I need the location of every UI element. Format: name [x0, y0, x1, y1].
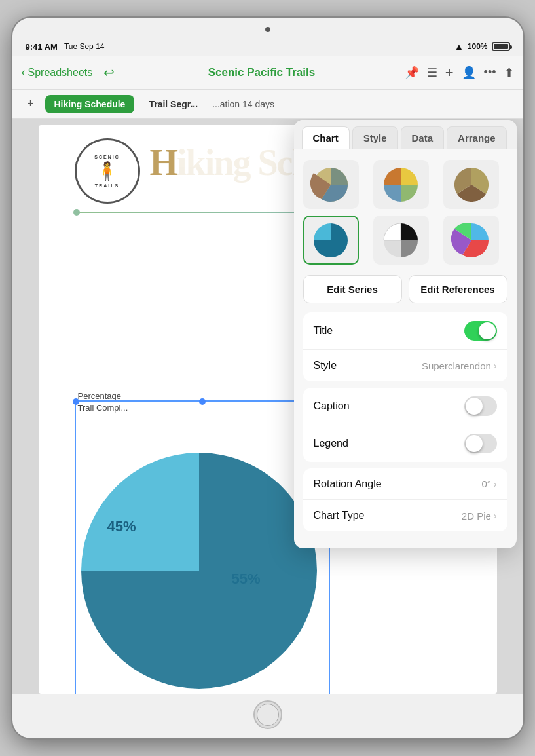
chart-format-panel: Chart Style Data Arrange [294, 120, 517, 548]
pie-chart-container[interactable]: 45% 55% [75, 400, 330, 694]
tab-style[interactable]: Style [352, 126, 398, 149]
toggle-knob [479, 322, 496, 339]
collaborate-icon[interactable]: 👤 [462, 66, 476, 80]
legend-setting-label: Legend [314, 438, 464, 449]
style-setting-value: Superclarendon [422, 360, 491, 371]
navigation-bar: ‹ Spreadsheets ↩ Scenic Pacific Trails 📌… [12, 56, 523, 90]
back-label: Spreadsheets [28, 67, 93, 79]
format-icon[interactable]: ☰ [427, 66, 437, 80]
caption-setting-label: Caption [314, 400, 464, 412]
back-chevron-icon: ‹ [22, 66, 26, 79]
tab-trail-segr[interactable]: Trail Segr... [139, 95, 207, 113]
panel-tab-bar: Chart Style Data Arrange [294, 120, 517, 149]
style-setting-label: Style [314, 360, 422, 371]
legend-toggle-knob [466, 435, 483, 452]
rotation-setting-value: 0° [481, 478, 490, 489]
settings-row-rotation[interactable]: Rotation Angle 0° › [303, 468, 507, 500]
battery-icon [492, 42, 510, 51]
settings-rotation-type: Rotation Angle 0° › Chart Type 2D Pie › [303, 468, 507, 531]
chart-label-55: 55% [232, 571, 261, 588]
chart-thumb-1[interactable] [303, 160, 359, 209]
home-button[interactable] [253, 700, 282, 729]
chart-type-chevron-icon: › [494, 510, 497, 521]
wifi-icon: ▲ [454, 41, 464, 52]
chart-thumb-4[interactable] [303, 216, 359, 265]
style-chevron-icon: › [494, 360, 497, 371]
edit-buttons-row: Edit Series Edit References [294, 275, 517, 312]
hiker-icon: 🧍 [96, 161, 119, 182]
logo-area: SCENIC 🧍 TRAILS [75, 138, 140, 204]
chart-thumb-6[interactable] [443, 216, 499, 265]
back-button[interactable]: ‹ Spreadsheets [22, 66, 93, 79]
tab-arrange[interactable]: Arrange [447, 126, 507, 149]
tab-overflow: ...ation 14 days [212, 99, 513, 109]
status-date: Tue Sep 14 [64, 42, 105, 51]
rotation-chevron-icon: › [494, 479, 497, 489]
caption-toggle-knob [466, 398, 483, 415]
settings-title-style: Title Style Superclarendon › [303, 312, 507, 381]
settings-row-caption: Caption [303, 388, 507, 425]
document-title: Scenic Pacific Trails [125, 66, 398, 79]
battery-percent: 100% [468, 42, 488, 51]
add-icon[interactable]: + [445, 64, 454, 81]
tab-chart[interactable]: Chart [302, 126, 350, 149]
caption-toggle[interactable] [464, 396, 497, 416]
more-icon[interactable]: ••• [484, 66, 496, 79]
camera-dot [265, 27, 270, 32]
chart-style-grid [294, 149, 517, 275]
chart-thumb-2[interactable] [373, 160, 429, 209]
undo-button[interactable]: ↩ [99, 63, 119, 83]
sheet-tab-bar: + Hiking Schedule Trail Segr... ...ation… [12, 90, 523, 119]
status-time: 9:41 AM [26, 42, 58, 52]
settings-row-chart-type[interactable]: Chart Type 2D Pie › [303, 500, 507, 531]
settings-row-style[interactable]: Style Superclarendon › [303, 350, 507, 381]
main-content: SCENIC 🧍 TRAILS Hiking Schedule Percenta… [12, 119, 523, 694]
settings-row-title: Title [303, 312, 507, 350]
title-toggle[interactable] [464, 321, 497, 341]
home-button-inner [257, 704, 279, 726]
edit-series-button[interactable]: Edit Series [303, 275, 402, 303]
add-sheet-button[interactable]: + [22, 95, 40, 113]
chart-type-setting-label: Chart Type [314, 510, 462, 521]
edit-references-button[interactable]: Edit References [409, 275, 507, 303]
chart-label-45: 45% [107, 518, 136, 535]
settings-row-legend: Legend [303, 425, 507, 462]
selection-handle-tm[interactable] [199, 398, 206, 405]
nav-actions: 📌 ☰ + 👤 ••• ⬆ [405, 64, 514, 81]
legend-toggle[interactable] [464, 434, 497, 453]
share-icon[interactable]: ⬆ [504, 66, 514, 80]
divider-dot [73, 209, 80, 216]
tab-data[interactable]: Data [401, 126, 445, 149]
chart-type-setting-value: 2D Pie [462, 510, 491, 521]
settings-caption-legend: Caption Legend [303, 388, 507, 462]
title-setting-label: Title [314, 325, 464, 337]
status-bar: 9:41 AM Tue Sep 14 ▲ 100% [12, 37, 523, 56]
rotation-setting-label: Rotation Angle [314, 478, 482, 490]
tab-hiking-schedule[interactable]: Hiking Schedule [45, 95, 135, 113]
pie-chart-svg [75, 440, 323, 694]
pin-icon[interactable]: 📌 [405, 66, 419, 80]
chart-thumb-5[interactable] [373, 216, 429, 265]
chart-thumb-3[interactable] [443, 160, 499, 209]
